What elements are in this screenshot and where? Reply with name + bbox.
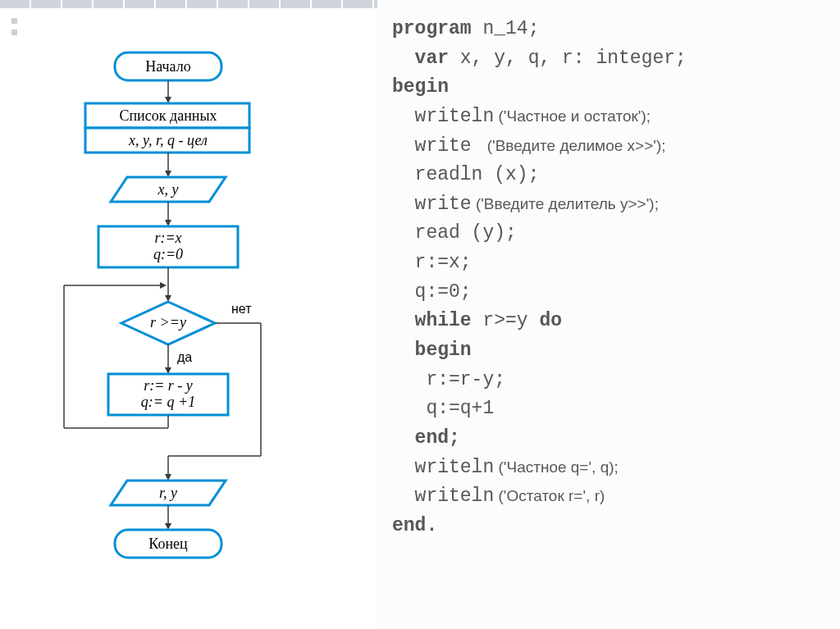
body1-text: r:= r - y bbox=[144, 377, 193, 394]
kw-program: program bbox=[392, 18, 472, 39]
code-text: writeln bbox=[392, 457, 494, 478]
code-line: readln (x); bbox=[392, 161, 825, 190]
code-text: ('Частное и остаток'); bbox=[494, 107, 651, 125]
data-spec-text: x, y, r, q - цел bbox=[128, 132, 208, 148]
flowchart-panel: Начало Список данных x, y, r, q - цел x,… bbox=[0, 0, 377, 629]
code-text: write bbox=[392, 194, 472, 215]
flowchart-svg: Начало Список данных x, y, r, q - цел x,… bbox=[0, 0, 377, 629]
code-text: ('Остаток r=', r) bbox=[494, 487, 605, 504]
code-text: writeln bbox=[392, 106, 494, 127]
code-panel: program n_14; var x, y, q, r: integer; b… bbox=[377, 0, 840, 629]
code-line: var x, y, q, r: integer; bbox=[392, 44, 825, 74]
data-caption-text: Список данных bbox=[119, 107, 217, 124]
code-line: write ('Введите делимое x>>'); bbox=[392, 132, 825, 162]
label-no: нет bbox=[231, 302, 252, 316]
code-text: ('Введите делимое x>>'); bbox=[482, 137, 665, 154]
code-line: write ('Введите делитель y>>'); bbox=[392, 190, 825, 220]
code-line: program n_14; bbox=[392, 15, 825, 44]
code-text: writeln bbox=[392, 485, 494, 507]
code-text: ('Частное q=', q); bbox=[494, 458, 619, 476]
code-line: writeln ('Частное и остаток'); bbox=[392, 103, 825, 132]
code-text: ('Введите делитель y>>'); bbox=[472, 195, 659, 212]
code-text: n_14; bbox=[472, 18, 540, 39]
code-text: x, y, q, r: integer; bbox=[449, 48, 687, 69]
code-line: begin bbox=[392, 336, 825, 366]
code-line: end; bbox=[392, 424, 825, 454]
cond-text: r >=y bbox=[150, 314, 186, 330]
code-text: write bbox=[392, 135, 482, 157]
start-text: Начало bbox=[145, 58, 190, 75]
code-line: end. bbox=[392, 512, 825, 541]
kw-do: do bbox=[539, 310, 562, 331]
code-line: r:=r-y; bbox=[392, 366, 825, 395]
init2-text: q:=0 bbox=[153, 246, 183, 262]
kw-var: var bbox=[392, 48, 449, 69]
code-text: r>=y bbox=[472, 310, 540, 331]
svg-marker-14 bbox=[160, 282, 167, 289]
body2-text: q:= q +1 bbox=[141, 394, 195, 410]
end-text: Конец bbox=[148, 536, 188, 552]
code-line: begin bbox=[392, 73, 825, 103]
code-line: q:=0; bbox=[392, 278, 825, 308]
output-text: r, y bbox=[159, 485, 177, 501]
code-line: q:=q+1 bbox=[392, 394, 825, 424]
code-line: writeln ('Остаток r=', r) bbox=[392, 482, 825, 512]
code-line: r:=x; bbox=[392, 248, 825, 278]
init1-text: r:=x bbox=[154, 230, 181, 246]
code-line: read (y); bbox=[392, 219, 825, 248]
code-line: while r>=y do bbox=[392, 307, 825, 336]
code-line: writeln ('Частное q=', q); bbox=[392, 454, 825, 483]
kw-while: while bbox=[392, 310, 472, 331]
input-text: x, y bbox=[158, 181, 179, 198]
label-yes: да bbox=[177, 350, 192, 364]
